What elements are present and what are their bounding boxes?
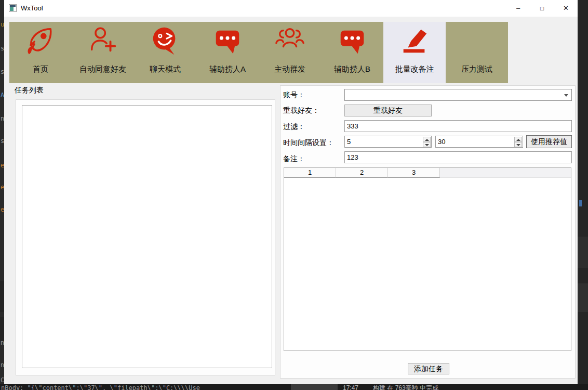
chat-bubble-icon: [211, 24, 244, 58]
reload-friends-button[interactable]: 重载好友: [344, 105, 432, 116]
interval-min-spinbox[interactable]: 5: [344, 136, 432, 148]
spin-up-icon[interactable]: [514, 137, 522, 142]
table-header-row: 1 2 3: [284, 168, 571, 178]
account-label: 账号：: [283, 90, 305, 100]
tab-label: 首页: [33, 64, 48, 74]
statusbar-time: 17:47: [343, 384, 358, 390]
task-list-box[interactable]: [22, 105, 272, 368]
background-code-fragment: nBody: "{\"content\":\"37\", \"filepath\…: [1, 384, 290, 390]
titlebar: WxTool – □ ✕: [4, 0, 578, 17]
rocket-icon: [24, 24, 57, 58]
result-table[interactable]: 1 2 3: [284, 167, 571, 351]
chat-bubble-icon: [336, 24, 369, 58]
tab-label: 主动群发: [274, 64, 305, 74]
tab-home[interactable]: 首页: [9, 22, 72, 83]
remark-label: 备注：: [283, 154, 305, 164]
close-button[interactable]: ✕: [554, 0, 578, 17]
task-list-title: 任务列表: [15, 86, 44, 95]
statusbar-segment: [291, 384, 338, 390]
chevron-down-icon: [564, 94, 568, 97]
editor-dark-block: [578, 283, 588, 312]
tab-chat-mode[interactable]: 聊天模式: [134, 22, 196, 83]
main-toolbar: 首页 自动同意好友: [9, 22, 508, 83]
table-header-filler: [440, 168, 571, 178]
interval-max-value: 30: [438, 138, 445, 146]
account-combobox[interactable]: [344, 89, 572, 101]
tab-assist-fetch-b[interactable]: 辅助捞人B: [321, 22, 383, 83]
pen-icon: [398, 24, 431, 58]
no-icon: [460, 24, 493, 58]
tab-label: 自动同意好友: [79, 64, 126, 74]
remark-input[interactable]: [344, 151, 572, 163]
table-header-col3[interactable]: 3: [388, 168, 440, 178]
interval-label: 时间间隔设置：: [283, 138, 334, 148]
tab-label: 辅助捞人B: [334, 64, 370, 74]
table-header-col2[interactable]: 2: [336, 168, 388, 178]
filter-input[interactable]: [344, 120, 572, 132]
tab-label: 压力测试: [461, 64, 492, 74]
minimize-button[interactable]: –: [506, 0, 530, 17]
tab-label: 聊天模式: [150, 64, 181, 74]
tab-assist-fetch-a[interactable]: 辅助捞人A: [196, 22, 259, 83]
background-editor-right-edge: [578, 0, 588, 390]
use-recommended-button[interactable]: 使用推荐值: [526, 135, 572, 148]
scrollbar-marker: [579, 200, 582, 206]
table-header-col1[interactable]: 1: [284, 168, 336, 178]
maximize-button[interactable]: □: [530, 0, 554, 17]
filter-label: 过滤：: [283, 122, 305, 132]
app-icon-bar: [10, 5, 16, 7]
tab-label: 批量改备注: [395, 64, 434, 74]
add-task-button[interactable]: 添加任务: [408, 363, 449, 374]
app-icon: [9, 4, 17, 12]
window-title: WxTool: [21, 4, 43, 12]
spin-up-icon[interactable]: [423, 137, 431, 142]
background-statusbar: nBody: "{\"content\":\"37\", \"filepath\…: [0, 384, 588, 390]
statusbar-build-message: 构建 在 763毫秒 中完成: [373, 384, 438, 390]
tab-batch-remark[interactable]: 批量改备注: [383, 22, 446, 83]
tab-label: 辅助捞人A: [209, 64, 246, 74]
tab-stress-test[interactable]: 压力测试: [446, 22, 508, 83]
spinner-arrows: [514, 137, 522, 147]
group-people-icon: [273, 24, 306, 58]
wink-face-icon: [149, 24, 182, 58]
spin-down-icon[interactable]: [514, 142, 522, 147]
interval-max-spinbox[interactable]: 30: [435, 136, 523, 148]
interval-min-value: 5: [347, 138, 351, 146]
tab-group-send[interactable]: 主动群发: [259, 22, 321, 83]
tab-auto-accept-friends[interactable]: 自动同意好友: [72, 22, 134, 83]
person-add-icon: [86, 24, 119, 58]
spinner-arrows: [423, 137, 431, 147]
wxtool-window: WxTool – □ ✕ 首页: [4, 0, 578, 384]
reload-friends-label: 重载好友：: [283, 106, 319, 115]
spin-down-icon[interactable]: [423, 142, 431, 147]
editor-dark-block: [578, 237, 588, 268]
